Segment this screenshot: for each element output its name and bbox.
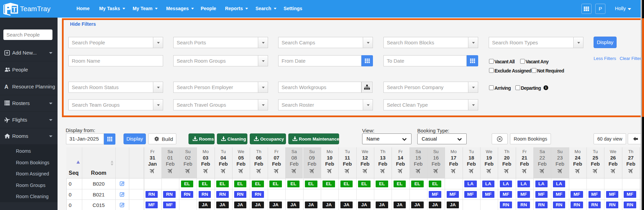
svg-text:T: T — [12, 5, 17, 13]
